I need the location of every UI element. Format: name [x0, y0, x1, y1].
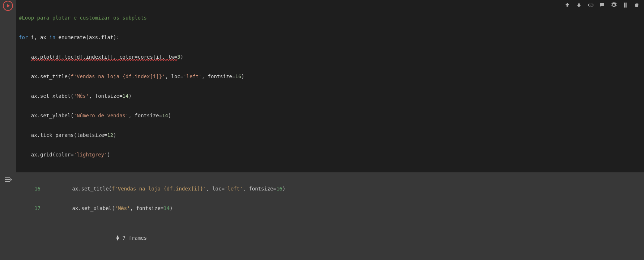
cell-toolbar — [564, 1, 640, 9]
expand-frames-icon[interactable]: ▲▼ — [116, 235, 119, 241]
settings-icon[interactable] — [610, 1, 617, 9]
traceback-line: ax.set_title(f'Vendas na loja {df.index[… — [48, 185, 429, 192]
code-editor[interactable]: #Loop para plotar e customizar os subplo… — [16, 0, 644, 172]
output-area: 16 ax.set_title(f'Vendas na loja {df.ind… — [16, 172, 432, 260]
code-cell: #Loop para plotar e customizar os subplo… — [0, 0, 644, 172]
line-number: 16 — [19, 185, 48, 192]
run-button[interactable] — [3, 1, 13, 11]
error-squiggly: ax.plot(df.loc[df.index[i]], color=cores… — [31, 54, 178, 60]
code-comment: #Loop para plotar e customizar os subplo… — [19, 15, 147, 21]
frames-count: 7 frames — [123, 235, 147, 241]
toggle-output-icon[interactable] — [4, 175, 12, 184]
delete-icon[interactable] — [633, 1, 640, 9]
move-down-icon[interactable] — [575, 1, 583, 9]
mirror-icon[interactable] — [622, 1, 629, 9]
move-up-icon[interactable] — [564, 1, 571, 9]
line-number: 17 — [19, 205, 48, 211]
comment-icon[interactable] — [598, 1, 606, 9]
traceback-line: ax.set_xlabel('Mês', fontsize=14) — [48, 205, 429, 211]
link-icon[interactable] — [587, 1, 594, 9]
frames-collapsed[interactable]: ▲▼ 7 frames — [19, 235, 429, 241]
output-cell: 16 ax.set_title(f'Vendas na loja {df.ind… — [0, 172, 644, 260]
